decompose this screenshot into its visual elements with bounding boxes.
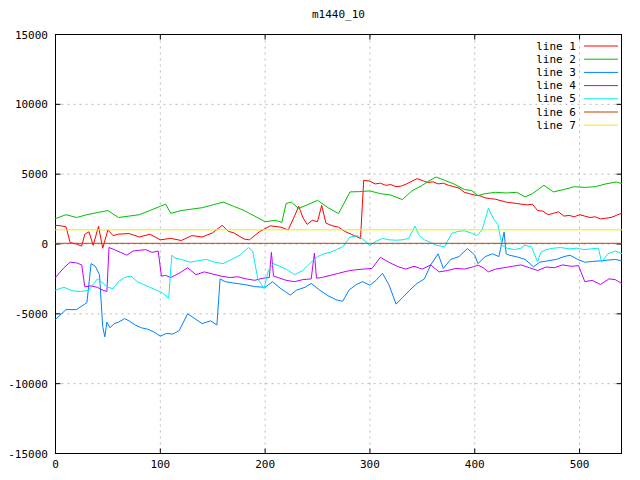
y-tick-label: -10000 bbox=[8, 378, 48, 391]
legend-label: line 2 bbox=[536, 53, 576, 66]
legend-label: line 1 bbox=[536, 40, 576, 53]
x-tick-label: 300 bbox=[360, 458, 380, 471]
y-tick-label: 0 bbox=[41, 238, 48, 251]
line-chart: 0100200300400500-15000-10000-50000500010… bbox=[0, 0, 640, 480]
legend-label: line 4 bbox=[536, 79, 576, 92]
legend-label: line 7 bbox=[536, 119, 576, 132]
x-tick-label: 400 bbox=[465, 458, 485, 471]
x-tick-label: 100 bbox=[150, 458, 170, 471]
legend-label: line 3 bbox=[536, 66, 576, 79]
chart-title: m1440_10 bbox=[312, 8, 365, 21]
y-tick-label: 5000 bbox=[22, 168, 49, 181]
legend-label: line 6 bbox=[536, 106, 576, 119]
x-tick-label: 500 bbox=[570, 458, 590, 471]
x-tick-label: 200 bbox=[255, 458, 275, 471]
y-tick-label: -5000 bbox=[15, 308, 48, 321]
chart-canvas: 0100200300400500-15000-10000-50000500010… bbox=[0, 0, 640, 480]
x-tick-label: 0 bbox=[52, 458, 59, 471]
y-tick-label: -15000 bbox=[8, 448, 48, 461]
legend-label: line 5 bbox=[536, 92, 576, 105]
y-tick-label: 10000 bbox=[15, 98, 48, 111]
y-tick-label: 15000 bbox=[15, 29, 48, 42]
